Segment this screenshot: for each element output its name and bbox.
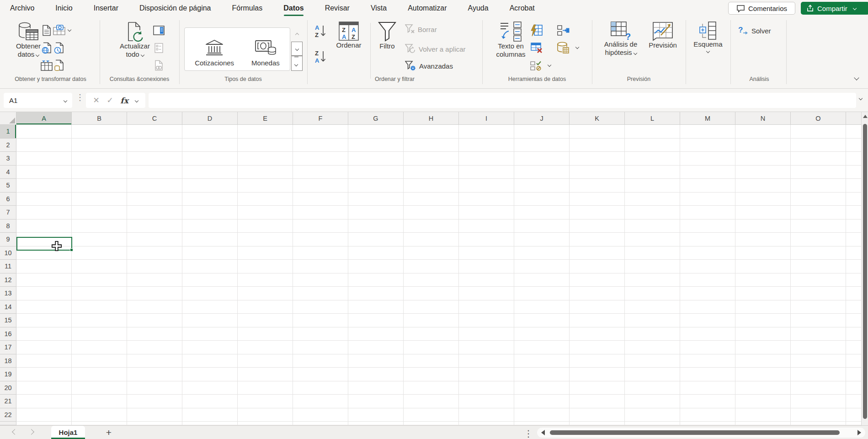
cell-H19[interactable] [404,368,459,381]
row-header-18[interactable]: 18 [0,354,16,368]
cell-M4[interactable] [680,166,735,179]
vertical-scrollbar[interactable] [861,112,868,425]
cell-G14[interactable] [348,300,404,314]
cell-C11[interactable] [127,260,182,273]
cell-B3[interactable] [72,152,127,166]
cell-N13[interactable] [735,287,791,300]
cell-J11[interactable] [514,260,570,273]
cell-L15[interactable] [625,314,680,327]
cell-partial[interactable] [846,368,861,381]
cell-A14[interactable] [16,300,72,314]
cell-I1[interactable] [459,125,514,139]
cell-L20[interactable] [625,381,680,395]
cell-B9[interactable] [72,233,127,246]
insert-function-icon[interactable]: fx [120,96,128,105]
cell-A16[interactable] [16,327,72,341]
cell-N22[interactable] [735,408,791,422]
cell-M16[interactable] [680,327,735,341]
cell-C15[interactable] [127,314,182,327]
cell-M8[interactable] [680,220,735,233]
cell-D19[interactable] [182,368,238,381]
cell-H6[interactable] [404,193,459,206]
cell-D6[interactable] [182,193,238,206]
column-header-C[interactable]: C [127,112,182,125]
cell-M20[interactable] [680,381,735,395]
cell-E14[interactable] [238,300,293,314]
menu-tab-vista[interactable]: Vista [371,4,387,12]
cell-H12[interactable] [404,273,459,287]
cell-A22[interactable] [16,408,72,422]
vertical-scrollbar-thumb[interactable] [863,124,867,419]
cell-O7[interactable] [791,206,846,220]
cell-A20[interactable] [16,381,72,395]
cell-M15[interactable] [680,314,735,327]
cell-O2[interactable] [791,139,846,152]
row-header-19[interactable]: 19 [0,368,16,381]
cell-N20[interactable] [735,381,791,395]
cell-A19[interactable] [16,368,72,381]
cell-F8[interactable] [293,220,348,233]
cell-F5[interactable] [293,179,348,193]
cell-K3[interactable] [570,152,625,166]
cell-O10[interactable] [791,246,846,260]
cell-J18[interactable] [514,354,570,368]
cell-J21[interactable] [514,395,570,408]
cell-N1[interactable] [735,125,791,139]
from-picture-chevron-icon[interactable] [68,28,71,32]
cell-G6[interactable] [348,193,404,206]
row-header-11[interactable]: 11 [0,260,16,273]
row-header-partial[interactable] [0,422,16,425]
sheet-tab-hoja1[interactable]: Hoja1 [51,426,85,439]
cell-B10[interactable] [72,246,127,260]
cell-K14[interactable] [570,300,625,314]
cell-G22[interactable] [348,408,404,422]
row-header-3[interactable]: 3 [0,152,16,166]
cell-D5[interactable] [182,179,238,193]
cell-partial[interactable] [791,422,846,425]
column-header-G[interactable]: G [348,112,404,125]
cell-I16[interactable] [459,327,514,341]
cell-N18[interactable] [735,354,791,368]
cell-L6[interactable] [625,193,680,206]
currencies-button[interactable]: Monedas [251,39,280,67]
cell-partial[interactable] [846,220,861,233]
enter-icon[interactable]: ✓ [107,96,113,105]
edit-links-button[interactable] [152,59,165,72]
data-validation-button[interactable] [530,59,543,72]
cell-M3[interactable] [680,152,735,166]
cell-G20[interactable] [348,381,404,395]
cell-J10[interactable] [514,246,570,260]
cell-partial[interactable] [514,422,570,425]
cell-H15[interactable] [404,314,459,327]
cell-L5[interactable] [625,179,680,193]
properties-button[interactable] [152,42,165,54]
cell-O17[interactable] [791,341,846,354]
cell-M17[interactable] [680,341,735,354]
cell-partial[interactable] [846,408,861,422]
cell-H5[interactable] [404,179,459,193]
row-header-1[interactable]: 1 [0,125,16,139]
cell-H22[interactable] [404,408,459,422]
forecast-sheet-button[interactable]: Previsión [644,21,681,49]
cell-K19[interactable] [570,368,625,381]
cell-D3[interactable] [182,152,238,166]
cell-O14[interactable] [791,300,846,314]
cell-M18[interactable] [680,354,735,368]
cell-K6[interactable] [570,193,625,206]
cell-I7[interactable] [459,206,514,220]
cell-O21[interactable] [791,395,846,408]
cell-G15[interactable] [348,314,404,327]
cell-B15[interactable] [72,314,127,327]
cell-E11[interactable] [238,260,293,273]
cell-J3[interactable] [514,152,570,166]
cell-L7[interactable] [625,206,680,220]
cell-partial[interactable] [846,152,861,166]
cell-J16[interactable] [514,327,570,341]
row-header-12[interactable]: 12 [0,273,16,287]
cell-N12[interactable] [735,273,791,287]
cell-K2[interactable] [570,139,625,152]
cell-D7[interactable] [182,206,238,220]
cell-F14[interactable] [293,300,348,314]
cancel-icon[interactable]: ✕ [93,96,100,105]
cell-H14[interactable] [404,300,459,314]
